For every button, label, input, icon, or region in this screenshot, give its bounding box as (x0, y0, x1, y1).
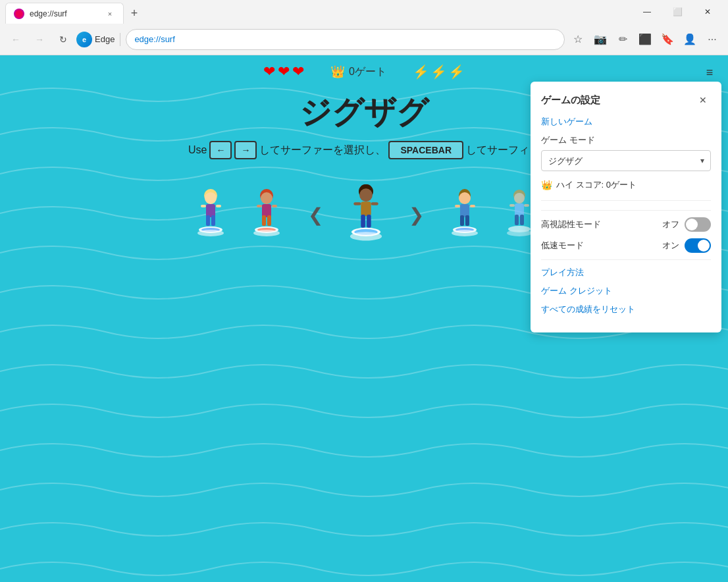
select-text: してサーファーを選択し、 (259, 144, 386, 157)
surfer-4 (450, 189, 480, 242)
new-tab-button[interactable]: + (124, 3, 145, 24)
active-tab[interactable]: edge://surf × (5, 3, 124, 24)
use-text: Use (188, 144, 207, 156)
edge-label: Edge (95, 34, 115, 44)
credits-link[interactable]: ゲーム クレジット (541, 285, 711, 297)
space-key: SPACEBAR (388, 141, 463, 159)
profile-button[interactable]: 👤 (679, 29, 700, 50)
svg-rect-16 (257, 205, 262, 207)
settings-panel: ゲームの設定 ✕ 新しいゲーム ゲーム モード ジグザグ エンドレス スピード … (531, 82, 721, 332)
refresh-button[interactable]: ↻ (53, 29, 74, 50)
svg-point-10 (197, 230, 224, 236)
svg-rect-17 (272, 205, 277, 207)
minimize-button[interactable]: — (632, 0, 662, 24)
svg-rect-35 (465, 215, 469, 226)
collections-button[interactable]: ⬛ (635, 29, 656, 50)
game-mode-select[interactable]: ジグザグ エンドレス スピード (541, 150, 711, 171)
surfer-3-selected (348, 184, 384, 246)
edge-logo: e (76, 32, 92, 47)
score-box: 👑 0ゲート (330, 65, 386, 79)
tab-close-button[interactable]: × (105, 9, 115, 19)
slow-mode-knob (698, 240, 710, 251)
svg-rect-47 (524, 204, 529, 207)
title-bar: edge://surf × + — ⬜ ✕ (0, 0, 728, 24)
svg-rect-37 (470, 205, 475, 207)
slow-mode-state: オン (662, 240, 679, 251)
svg-rect-7 (216, 205, 221, 207)
new-game-link[interactable]: 新しいゲーム (541, 116, 711, 128)
screenshot-button[interactable]: 📷 (590, 29, 611, 50)
surfer-5-figure (506, 189, 533, 242)
svg-point-40 (452, 230, 478, 236)
address-bar[interactable]: edge://surf (126, 29, 565, 50)
pencil-button[interactable]: ✏ (612, 29, 633, 50)
surfer-1 (196, 189, 226, 242)
svg-point-49 (507, 230, 532, 236)
game-mode-select-wrap: ジグザグ エンドレス スピード ▾ (541, 150, 711, 171)
svg-rect-34 (460, 215, 464, 226)
settings-close-button[interactable]: ✕ (695, 92, 711, 108)
game-area: ❤ ❤ ❤ 👑 0ゲート ⚡ ⚡ ⚡ ≡ ジグザグ Use ← → してサーファ… (0, 55, 728, 582)
nav-separator (120, 33, 120, 46)
svg-rect-24 (361, 215, 365, 228)
svg-rect-44 (515, 215, 519, 225)
carousel-right-arrow[interactable]: ❯ (409, 204, 424, 226)
svg-rect-25 (367, 215, 371, 228)
svg-rect-6 (201, 205, 206, 207)
close-button[interactable]: ✕ (692, 0, 723, 24)
game-mode-label: ゲーム モード (541, 134, 711, 146)
nav-tools: ☆ 📷 ✏ ⬛ 🔖 👤 ··· (567, 29, 723, 50)
accessibility-mode-row: 高視認性モード オフ (541, 217, 711, 232)
settings-header: ゲームの設定 ✕ (541, 92, 711, 108)
svg-rect-27 (371, 202, 378, 205)
window-controls: — ⬜ ✕ (632, 0, 723, 24)
slow-mode-toggle-area: オン (662, 238, 711, 253)
forward-button[interactable]: → (29, 29, 50, 50)
share-button[interactable]: 🔖 (657, 29, 678, 50)
game-instructions: Use ← → してサーファーを選択し、 SPACEBAR してサーフィン (188, 141, 540, 159)
surfer-4-figure (450, 189, 480, 242)
tab-title: edge://surf (30, 9, 67, 18)
slow-mode-row: 低速モード オン (541, 238, 711, 253)
lightning-box: ⚡ ⚡ ⚡ (413, 64, 465, 80)
crown-icon: 👑 (330, 65, 345, 79)
heart-1: ❤ (263, 63, 275, 80)
svg-rect-14 (262, 215, 266, 226)
heart-3: ❤ (292, 63, 304, 80)
svg-point-42 (514, 193, 525, 203)
more-button[interactable]: ··· (702, 29, 723, 50)
favorite-button[interactable]: ☆ (567, 29, 588, 50)
surfer-3-figure (348, 184, 384, 246)
slow-mode-toggle[interactable] (685, 238, 711, 253)
how-to-play-link[interactable]: プレイ方法 (541, 267, 711, 278)
address-url: edge://surf (134, 34, 174, 44)
divider-2 (541, 259, 711, 260)
high-score-crown-icon: 👑 (541, 180, 552, 190)
svg-rect-15 (267, 215, 271, 226)
svg-point-2 (205, 192, 217, 204)
surfer-2 (252, 189, 282, 242)
end-text: してサーフィン (466, 144, 540, 157)
accessibility-mode-toggle[interactable] (685, 217, 711, 232)
carousel-left-arrow[interactable]: ❮ (308, 204, 323, 226)
reset-link[interactable]: すべての成績をリセット (541, 304, 711, 315)
accessibility-mode-label: 高視認性モード (541, 219, 601, 230)
svg-rect-26 (353, 202, 361, 205)
tab-area: edge://surf × + (5, 0, 627, 24)
score-text: 0ゲート (349, 65, 386, 79)
surfer-1-figure (196, 189, 226, 242)
svg-rect-23 (361, 201, 371, 216)
accessibility-mode-knob (686, 219, 698, 230)
game-title: ジグザグ (299, 92, 429, 134)
game-menu-button[interactable]: ≡ (699, 62, 720, 83)
maximize-button[interactable]: ⬜ (662, 0, 692, 24)
surfer-5 (506, 189, 533, 242)
slow-mode-label: 低速モード (541, 240, 584, 251)
back-button[interactable]: ← (5, 29, 26, 50)
svg-point-20 (253, 230, 280, 236)
left-key: ← (209, 141, 232, 159)
svg-rect-46 (509, 204, 515, 207)
svg-point-32 (459, 192, 471, 204)
right-key: → (234, 141, 257, 159)
heart-2: ❤ (278, 63, 290, 80)
